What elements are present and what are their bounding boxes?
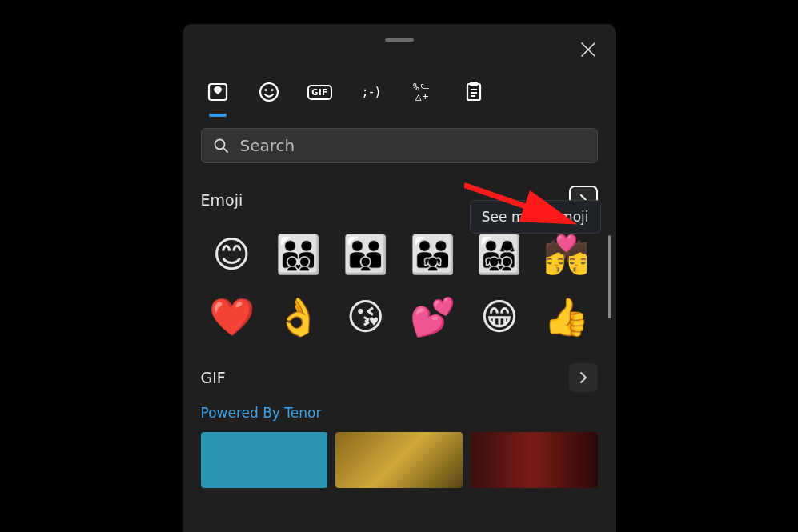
drag-handle[interactable] [385,38,414,42]
emoji-smile-icon [259,82,279,102]
gif-icon: GIF [307,85,331,100]
emoji-grid: 😊👨‍👨‍👦‍👦👨‍👨‍👦👨‍👨‍👧👨‍👩‍👧‍👦💏❤️👌😘💕😁👍 [201,226,598,346]
emoji-item[interactable]: 👨‍👨‍👦 [335,226,397,283]
close-button[interactable] [575,37,601,62]
svg-point-3 [271,89,273,91]
kaomoji-icon: ;-) [361,85,380,99]
tab-clipboard[interactable] [460,78,487,106]
chevron-right-icon [578,372,589,383]
emoji-item[interactable]: 😊 [201,226,263,283]
tab-emoji[interactable] [255,78,283,106]
gif-thumb[interactable] [335,432,463,488]
recent-icon [207,82,228,102]
search-icon [213,138,229,154]
svg-line-10 [223,148,227,152]
close-icon [581,42,595,57]
emoji-item[interactable]: 👨‍👩‍👧‍👦 [468,226,531,283]
emoji-item[interactable]: 👨‍👨‍👦‍👦 [267,226,330,283]
gif-section-title: GIF [201,369,226,386]
tenor-attribution: Powered By Tenor [201,405,598,421]
scrollbar-thumb[interactable] [608,235,611,318]
gif-row [201,432,598,488]
emoji-item[interactable]: 👨‍👨‍👧 [401,226,463,283]
emoji-item[interactable]: 👍 [535,288,598,346]
emoji-item[interactable]: 💕 [401,288,463,346]
svg-point-1 [260,83,278,101]
gif-section-header: GIF [201,363,598,392]
emoji-item[interactable]: 💏 [535,226,598,283]
emoji-section-title: Emoji [201,191,243,209]
search-input[interactable] [240,136,586,155]
svg-point-2 [264,89,267,91]
gif-thumb[interactable] [471,432,598,488]
tab-symbols[interactable]: %౬△+ [409,78,436,106]
more-emoji-button[interactable] [569,186,598,214]
clipboard-icon [464,82,483,102]
emoji-item[interactable]: 👌 [267,288,330,346]
emoji-section-header: Emoji See more Emoji [201,186,598,214]
search-field[interactable] [201,128,598,163]
emoji-item[interactable]: ❤️ [201,288,263,346]
emoji-panel: GIF ;-) %౬△+ Emoji [183,24,616,532]
gif-thumb[interactable] [201,432,328,488]
tab-kaomoji[interactable]: ;-) [358,78,385,106]
panel-content: Emoji See more Emoji 😊👨‍👨‍👦‍👦👨‍👨‍👦👨‍👨‍👧👨… [183,186,616,488]
tab-recent[interactable] [204,78,231,106]
emoji-item[interactable]: 😘 [335,288,397,346]
symbols-icon: %౬△+ [413,82,431,101]
tab-gif[interactable]: GIF [307,78,334,106]
emoji-item[interactable]: 😁 [468,288,531,346]
chevron-right-icon [578,194,589,206]
category-tabs: GIF ;-) %౬△+ [183,24,616,106]
more-gif-button[interactable] [569,363,598,392]
